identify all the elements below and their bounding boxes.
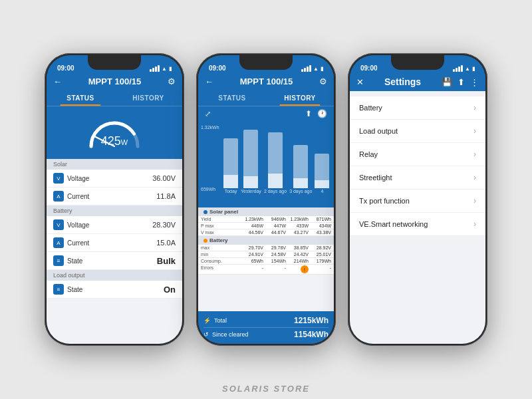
signal-bars-2 bbox=[301, 65, 311, 72]
phone-history: 09:00 ▲ ▮ ← MPPT 100/15 ⚙ bbox=[196, 53, 336, 346]
chevron-relay: › bbox=[473, 150, 476, 159]
bar-stack-4 bbox=[315, 154, 329, 188]
load-section-label: Load output bbox=[47, 270, 182, 281]
vmax-val-3: 43.38V bbox=[310, 230, 331, 235]
consumption-val-3: 179Wh bbox=[310, 259, 331, 263]
history-clock-icon[interactable]: 🕐 bbox=[317, 109, 327, 118]
tab-history-2[interactable]: HISTORY bbox=[266, 90, 334, 106]
col-label-1: Yesterday bbox=[241, 189, 261, 194]
status-time-2: 09:00 bbox=[209, 65, 226, 72]
chart-col-1: Yesterday bbox=[241, 130, 261, 195]
settings-item-relay[interactable]: Relay › bbox=[350, 143, 485, 166]
battery-state-left: ≡ State bbox=[53, 255, 82, 266]
settings-item-battery[interactable]: Battery › bbox=[350, 96, 485, 120]
pmax-label: P max bbox=[201, 223, 241, 228]
solar-voltage-label: Voltage bbox=[67, 175, 89, 182]
app-header-1: ← MPPT 100/15 ⚙ bbox=[47, 74, 182, 90]
solar-current-left: A Current bbox=[53, 191, 89, 201]
bat-max-val-2: 38.85V bbox=[287, 245, 309, 250]
col-label-0: Today bbox=[225, 189, 237, 194]
battery-icon-status: ▮ bbox=[169, 66, 172, 72]
status-icons-2: ▲ ▮ bbox=[301, 65, 323, 72]
settings-header-icons: 💾 ⬆ ⋮ bbox=[442, 77, 479, 87]
total-value: 1215kWh bbox=[294, 316, 329, 325]
bar-top-4 bbox=[315, 154, 329, 180]
tab-history-1[interactable]: HISTORY bbox=[114, 90, 182, 106]
share-icon-settings[interactable]: ⬆ bbox=[458, 77, 465, 87]
status-icons-3: ▲ ▮ bbox=[453, 65, 475, 72]
pmax-val-1: 447W bbox=[265, 223, 286, 228]
signal-bar bbox=[458, 66, 460, 72]
state-icon-battery: ≡ bbox=[53, 255, 64, 266]
more-icon[interactable]: ⋮ bbox=[470, 77, 479, 87]
state-icon-load: ≡ bbox=[53, 284, 64, 295]
yield-val-0: 1.23kWh bbox=[242, 217, 263, 221]
bat-max-val-1: 29.78V bbox=[265, 245, 286, 250]
bar-bottom-4 bbox=[315, 180, 329, 188]
consumption-label: Consump. bbox=[201, 259, 241, 263]
history-footer: ⚡ Total 1215kWh ↺ Since cleared 1154kWh bbox=[198, 311, 334, 344]
y-label-mid: 659Wh bbox=[201, 187, 219, 192]
yield-val-2: 1.23kWh bbox=[287, 217, 309, 221]
phone-status: 09:00 ▲ ▮ ← MPPT 100/15 ⚙ bbox=[45, 53, 184, 346]
wifi-icon-2: ▲ bbox=[313, 66, 319, 72]
settings-button-2[interactable]: ⚙ bbox=[319, 76, 327, 86]
bar-stack-3 bbox=[289, 145, 312, 188]
tab-status-2[interactable]: STATUS bbox=[198, 90, 266, 106]
settings-streetlight-label: Streetlight bbox=[359, 174, 392, 182]
since-cleared-value: 1154kWh bbox=[294, 330, 329, 339]
settings-vesmart-label: VE.Smart networking bbox=[359, 220, 428, 228]
current-icon-solar: A bbox=[53, 191, 64, 201]
share-icon[interactable]: ⬆ bbox=[305, 109, 312, 118]
settings-button-1[interactable]: ⚙ bbox=[168, 76, 176, 86]
pmax-val-3: 434W bbox=[310, 223, 331, 228]
back-button-1[interactable]: ← bbox=[53, 76, 62, 86]
signal-bar bbox=[309, 65, 311, 72]
chevron-txport: › bbox=[473, 196, 476, 205]
yield-val-3: 871Wh bbox=[310, 217, 331, 221]
settings-item-streetlight[interactable]: Streetlight › bbox=[350, 166, 485, 190]
settings-item-load[interactable]: Load output › bbox=[350, 120, 485, 143]
save-icon[interactable]: 💾 bbox=[442, 77, 452, 87]
chart-y-labels: 1.32kWh 659Wh bbox=[201, 125, 219, 192]
bat-min-row: min 24.91V 24.58V 24.42V 25.01V bbox=[198, 251, 334, 258]
settings-relay-label: Relay bbox=[359, 150, 378, 158]
solar-dot bbox=[203, 210, 207, 214]
total-icon: ⚡ bbox=[203, 317, 211, 324]
battery-state-value: Bulk bbox=[157, 256, 176, 266]
signal-bars-3 bbox=[453, 65, 463, 72]
history-data: Solar panel Yield 1.23kWh 946Wh 1.23kWh … bbox=[198, 207, 334, 311]
solar-current-label: Current bbox=[67, 193, 89, 200]
errors-val-0: - bbox=[242, 265, 263, 273]
bar-stack-2 bbox=[264, 132, 287, 188]
vmax-label: V max bbox=[201, 230, 241, 235]
solar-panel-title: Solar panel bbox=[198, 207, 334, 216]
battery-history-label: Battery bbox=[209, 237, 228, 243]
settings-battery-label: Battery bbox=[359, 104, 382, 112]
vmax-val-1: 44.67V bbox=[265, 230, 286, 235]
bat-min-val-2: 24.42V bbox=[287, 252, 309, 257]
yield-label: Yield bbox=[201, 217, 241, 221]
bar-stack-1 bbox=[241, 130, 261, 188]
current-icon-battery: A bbox=[53, 237, 64, 248]
settings-item-txport[interactable]: Tx port function › bbox=[350, 190, 485, 213]
back-button-2[interactable]: ← bbox=[205, 76, 213, 86]
bar-bottom-0 bbox=[223, 175, 238, 188]
pmax-val-0: 446W bbox=[242, 223, 263, 228]
errors-row: Errors - - ! - bbox=[198, 265, 334, 275]
tab-status-1[interactable]: STATUS bbox=[47, 90, 114, 106]
chart-columns: Today Yesterday 2 da bbox=[203, 125, 329, 195]
app-header-2: ← MPPT 100/15 ⚙ bbox=[198, 74, 334, 90]
pmax-row: P max 446W 447W 433W 434W bbox=[198, 223, 334, 229]
errors-val-3: - bbox=[310, 265, 331, 273]
yield-val-1: 946Wh bbox=[265, 217, 286, 221]
expand-icon[interactable]: ⤢ bbox=[205, 110, 211, 118]
voltage-icon-battery: V bbox=[53, 219, 64, 230]
errors-val-1: - bbox=[265, 265, 286, 273]
chart-col-4: 4 bbox=[315, 154, 329, 195]
settings-item-vesmart[interactable]: VE.Smart networking › bbox=[350, 213, 485, 236]
consumption-val-2: 214Wh bbox=[287, 259, 309, 263]
close-button[interactable]: ✕ bbox=[356, 77, 364, 87]
battery-state-row: ≡ State Bulk bbox=[47, 252, 182, 270]
signal-bar bbox=[304, 68, 306, 72]
